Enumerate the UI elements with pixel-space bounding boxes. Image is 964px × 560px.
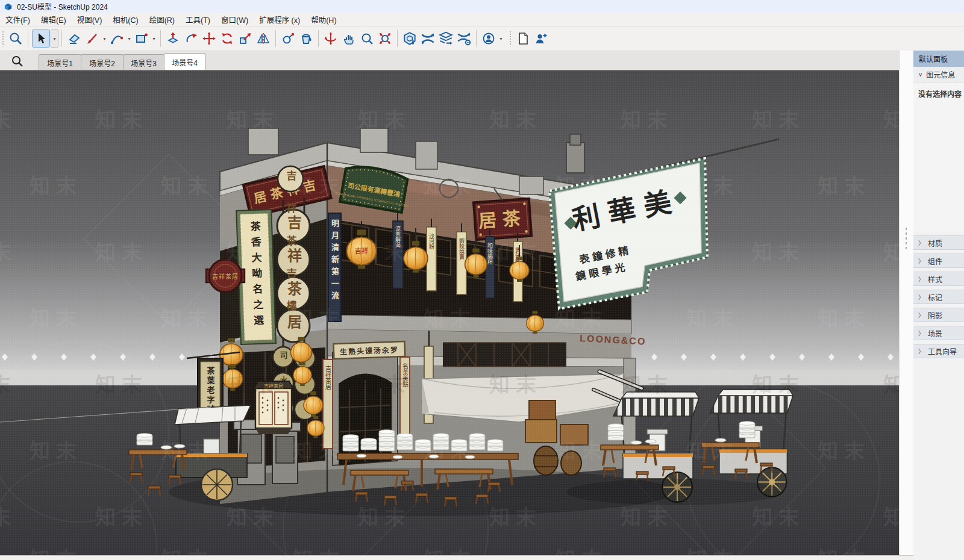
toolbar: ▾ ▾ ▾ ▾ xyxy=(0,26,964,51)
add-collaborator-icon[interactable] xyxy=(533,30,549,47)
account-dropdown[interactable]: ▾ xyxy=(498,31,504,46)
menu-tools[interactable]: 工具(T) xyxy=(180,12,216,27)
select-tool-dropdown[interactable]: ▾ xyxy=(51,30,58,48)
chevron-right-icon: 〉 xyxy=(918,311,924,320)
chevron-right-icon: 〉 xyxy=(918,257,924,266)
panel-gutter[interactable] xyxy=(899,51,914,560)
zoom-tool-icon[interactable] xyxy=(358,30,375,47)
scene-tab-4[interactable]: 场景号4 xyxy=(164,53,205,71)
blue-banner: 明月清新第一流 xyxy=(328,213,341,322)
svg-text:名茶美點: 名茶美點 xyxy=(402,362,408,388)
svg-text:吉祥: 吉祥 xyxy=(355,247,368,255)
entity-info-empty-message: 没有选择内容 xyxy=(918,90,962,99)
menu-camera[interactable]: 相机(C) xyxy=(107,12,143,27)
svg-text:居茶: 居茶 xyxy=(478,208,527,231)
menu-draw[interactable]: 绘图(R) xyxy=(144,12,180,27)
tray-section-label: 工具向导 xyxy=(928,346,957,356)
chevron-right-icon: 〉 xyxy=(918,329,924,338)
scene-search-icon[interactable] xyxy=(10,54,25,69)
push-pull-tool-icon[interactable] xyxy=(164,30,181,47)
follow-me-tool-icon[interactable] xyxy=(183,30,199,47)
zoom-window-tool-icon[interactable] xyxy=(7,30,24,47)
tray-section-instructor[interactable]: 〉工具向导 xyxy=(913,344,964,358)
zoom-extents-tool-icon[interactable] xyxy=(377,30,393,47)
menu-help[interactable]: 帮助(H) xyxy=(305,12,342,27)
flow-x-icon[interactable] xyxy=(419,30,436,47)
scene-tab-3[interactable]: 场景号3 xyxy=(123,54,164,70)
rectangle-tool-icon[interactable] xyxy=(133,30,150,47)
gutter-grip[interactable] xyxy=(905,226,907,250)
tray-section-label: 阴影 xyxy=(928,310,942,320)
tray-section-components[interactable]: 〉组件 xyxy=(913,254,964,268)
layers-export-icon[interactable] xyxy=(437,30,454,47)
menu-file[interactable]: 文件(F) xyxy=(0,12,36,27)
sketchup-logo-icon xyxy=(4,2,13,11)
rectangle-tool-dropdown[interactable]: ▾ xyxy=(151,31,157,46)
model-viewport[interactable]: 居茶祥吉 司公限有運轉豐鴻 COMMERCIAL EXPRESS & STORA… xyxy=(0,70,899,556)
svg-text:吉祥茶居: 吉祥茶居 xyxy=(325,366,331,390)
balcony-rail xyxy=(443,343,566,367)
entity-info-header[interactable]: ∨ 图元信息 xyxy=(913,67,964,82)
scene-tab-2[interactable]: 场景号2 xyxy=(81,54,124,70)
tray-section-label: 样式 xyxy=(928,274,942,284)
arc-tool-icon[interactable] xyxy=(108,30,125,47)
chevron-right-icon: 〉 xyxy=(918,293,924,302)
extension-warehouse-icon[interactable] xyxy=(401,30,418,47)
select-tool-icon[interactable] xyxy=(32,30,50,48)
svg-text:和味腸粉: 和味腸粉 xyxy=(487,243,493,265)
scene-tab-1[interactable]: 场景号1 xyxy=(39,54,81,70)
scene-tab-bar: 场景号1 场景号2 场景号3 场景号4 xyxy=(0,51,899,70)
chevron-right-icon: 〉 xyxy=(918,275,924,284)
pencil-tool-icon[interactable] xyxy=(84,30,101,47)
flow-settings-icon[interactable] xyxy=(455,30,472,47)
svg-text:吉祥茶居: 吉祥茶居 xyxy=(264,383,283,389)
chevron-right-icon: 〉 xyxy=(918,347,924,356)
tray-section-tags[interactable]: 〉标记 xyxy=(913,290,964,304)
toolbar-grip[interactable] xyxy=(2,31,5,46)
eraser-tool-icon[interactable] xyxy=(66,30,83,47)
svg-text:涼茶解渴: 涼茶解渴 xyxy=(395,225,401,248)
svg-text:蝦餃燒賣: 蝦餃燒賣 xyxy=(459,237,465,260)
pencil-tool-dropdown[interactable]: ▾ xyxy=(101,31,108,46)
move-tool-icon[interactable] xyxy=(201,30,218,47)
chevron-right-icon: 〉 xyxy=(918,238,924,247)
svg-text:沙河粉: 沙河粉 xyxy=(428,233,434,250)
svg-text:吉祥茶居: 吉祥茶居 xyxy=(212,273,239,280)
tray-section-label: 材质 xyxy=(928,238,942,248)
tray-section-styles[interactable]: 〉样式 xyxy=(913,272,964,286)
tray-section-label: 组件 xyxy=(928,256,942,266)
account-icon[interactable] xyxy=(480,30,497,47)
entity-info-label: 图元信息 xyxy=(926,69,955,79)
orbit-tool-icon[interactable] xyxy=(322,30,339,47)
sketchup-window: 02-SU模型 - SketchUp 2024 文件(F) 编辑(E) 视图(V… xyxy=(0,0,964,560)
svg-text:吉祥茶吉樓: 吉祥茶吉樓 xyxy=(285,170,297,333)
scale-tool-icon[interactable] xyxy=(237,30,254,47)
tray-section-shadows[interactable]: 〉阴影 xyxy=(913,308,964,322)
tray-section-materials[interactable]: 〉材质 xyxy=(913,235,964,250)
menu-edit[interactable]: 编辑(E) xyxy=(36,12,72,27)
default-tray-panel: 默认面板 ∨ 图元信息 没有选择内容 〉材质 〉组件 〉样式 〉标记 〉阴影 〉… xyxy=(913,51,964,560)
panel-header[interactable]: 默认面板 xyxy=(913,51,964,67)
tray-section-label: 标记 xyxy=(928,292,942,302)
arc-tool-dropdown[interactable]: ▾ xyxy=(126,31,133,46)
status-bar xyxy=(0,555,913,560)
tea-house-plaque: 居茶 xyxy=(474,199,531,240)
rotate-tool-icon[interactable] xyxy=(219,30,236,47)
offset-mirror-tool-icon[interactable] xyxy=(255,30,272,47)
tray-section-scenes[interactable]: 〉场景 xyxy=(913,326,964,340)
menu-bar: 文件(F) 编辑(E) 视图(V) 相机(C) 绘图(R) 工具(T) 窗口(W… xyxy=(0,13,964,26)
toolbar-grip-2[interactable] xyxy=(509,31,512,46)
menu-extensions[interactable]: 扩展程序 (x) xyxy=(254,12,305,27)
menu-window[interactable]: 窗口(W) xyxy=(216,12,254,27)
paint-bucket-tool-icon[interactable] xyxy=(298,30,315,47)
entity-info-body: 没有选择内容 xyxy=(913,82,964,232)
tray-section-label: 场景 xyxy=(928,328,942,338)
model-scene: 居茶祥吉 司公限有運轉豐鴻 COMMERCIAL EXPRESS & STORA… xyxy=(0,70,899,556)
new-document-icon[interactable] xyxy=(515,30,531,47)
chevron-down-icon: ∨ xyxy=(918,71,922,78)
window-title: 02-SU模型 - SketchUp 2024 xyxy=(17,1,108,11)
title-bar: 02-SU模型 - SketchUp 2024 xyxy=(0,0,964,13)
menu-view[interactable]: 视图(V) xyxy=(72,12,108,27)
tape-measure-tool-icon[interactable] xyxy=(280,30,296,47)
pan-tool-icon[interactable] xyxy=(340,30,357,47)
